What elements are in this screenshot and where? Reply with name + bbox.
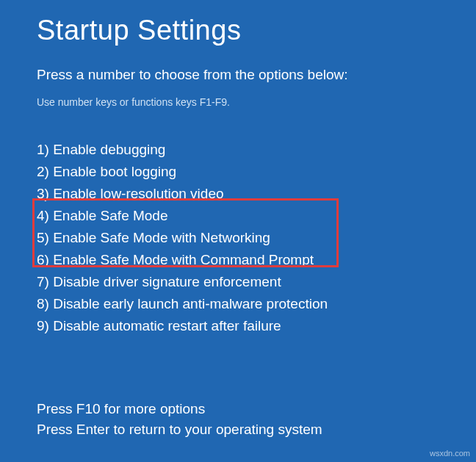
page-title: Startup Settings [37, 15, 439, 46]
watermark-text: wsxdn.com [430, 449, 470, 458]
option-9[interactable]: 9) Disable automatic restart after failu… [37, 315, 439, 337]
option-7[interactable]: 7) Disable driver signature enforcement [37, 271, 439, 293]
option-8[interactable]: 8) Disable early launch anti-malware pro… [37, 293, 439, 315]
option-1[interactable]: 1) Enable debugging [37, 139, 439, 161]
options-list: 1) Enable debugging 2) Enable boot loggi… [37, 139, 439, 337]
footer-section: Press F10 for more options Press Enter t… [37, 399, 322, 440]
subtitle-text: Press a number to choose from the option… [37, 67, 439, 83]
footer-more-options: Press F10 for more options [37, 399, 322, 419]
option-2[interactable]: 2) Enable boot logging [37, 161, 439, 183]
hint-text: Use number keys or functions keys F1-F9. [37, 96, 439, 108]
option-3[interactable]: 3) Enable low-resolution video [37, 183, 439, 205]
option-4[interactable]: 4) Enable Safe Mode [37, 205, 439, 227]
option-6[interactable]: 6) Enable Safe Mode with Command Prompt [37, 249, 439, 271]
option-5[interactable]: 5) Enable Safe Mode with Networking [37, 227, 439, 249]
footer-return: Press Enter to return to your operating … [37, 419, 322, 440]
